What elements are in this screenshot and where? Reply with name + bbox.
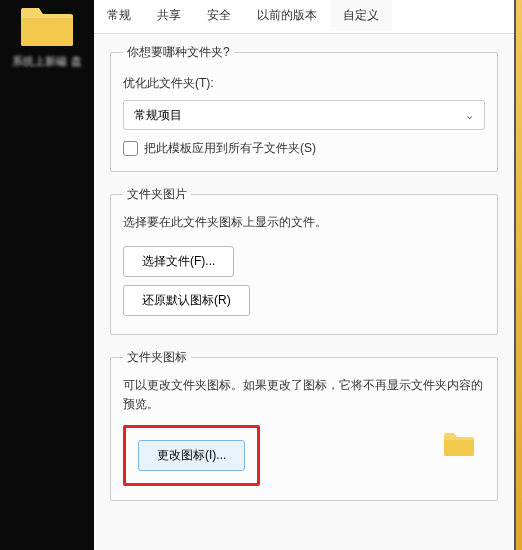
tab-bar: 常规 共享 安全 以前的版本 自定义 (94, 0, 514, 34)
chevron-down-icon: ⌄ (465, 109, 474, 122)
apply-subfolders-checkbox[interactable]: 把此模板应用到所有子文件夹(S) (123, 140, 485, 157)
folder-picture-legend: 文件夹图片 (123, 186, 191, 203)
tab-content: 你想要哪种文件夹? 优化此文件夹(T): 常规项目 ⌄ 把此模板应用到所有子文件… (94, 34, 514, 550)
dropdown-value: 常规项目 (134, 107, 182, 124)
folder-type-group: 你想要哪种文件夹? 优化此文件夹(T): 常规项目 ⌄ 把此模板应用到所有子文件… (110, 44, 498, 172)
checkbox-label: 把此模板应用到所有子文件夹(S) (144, 140, 316, 157)
optimize-label: 优化此文件夹(T): (123, 75, 485, 92)
choose-file-button[interactable]: 选择文件(F)... (123, 246, 234, 277)
tab-security[interactable]: 安全 (194, 0, 244, 33)
desktop-folder-icon[interactable]: 系统上新磁 盘 (7, 2, 87, 70)
desktop-icon-label: 系统上新磁 盘 (9, 55, 85, 68)
taskbar-edge (516, 0, 522, 550)
change-icon-button[interactable]: 更改图标(I)... (138, 440, 245, 471)
checkbox-box (123, 141, 138, 156)
folder-picture-group: 文件夹图片 选择要在此文件夹图标上显示的文件。 选择文件(F)... 还原默认图… (110, 186, 498, 335)
highlight-box: 更改图标(I)... (123, 425, 260, 486)
folder-preview-icon (443, 431, 475, 457)
folder-type-legend: 你想要哪种文件夹? (123, 44, 234, 61)
folder-icon (19, 4, 75, 48)
optimize-dropdown[interactable]: 常规项目 ⌄ (123, 100, 485, 130)
folder-icon-legend: 文件夹图标 (123, 349, 191, 366)
tab-general[interactable]: 常规 (94, 0, 144, 33)
properties-dialog: 常规 共享 安全 以前的版本 自定义 你想要哪种文件夹? 优化此文件夹(T): … (94, 0, 516, 550)
desktop-background: 系统上新磁 盘 (0, 0, 94, 550)
folder-picture-desc: 选择要在此文件夹图标上显示的文件。 (123, 213, 485, 232)
tab-previous-versions[interactable]: 以前的版本 (244, 0, 330, 33)
folder-icon-group: 文件夹图标 可以更改文件夹图标。如果更改了图标，它将不再显示文件夹内容的预览。 … (110, 349, 498, 500)
tab-customize[interactable]: 自定义 (330, 0, 392, 33)
restore-default-button[interactable]: 还原默认图标(R) (123, 285, 250, 316)
folder-icon-desc: 可以更改文件夹图标。如果更改了图标，它将不再显示文件夹内容的预览。 (123, 376, 485, 414)
tab-sharing[interactable]: 共享 (144, 0, 194, 33)
